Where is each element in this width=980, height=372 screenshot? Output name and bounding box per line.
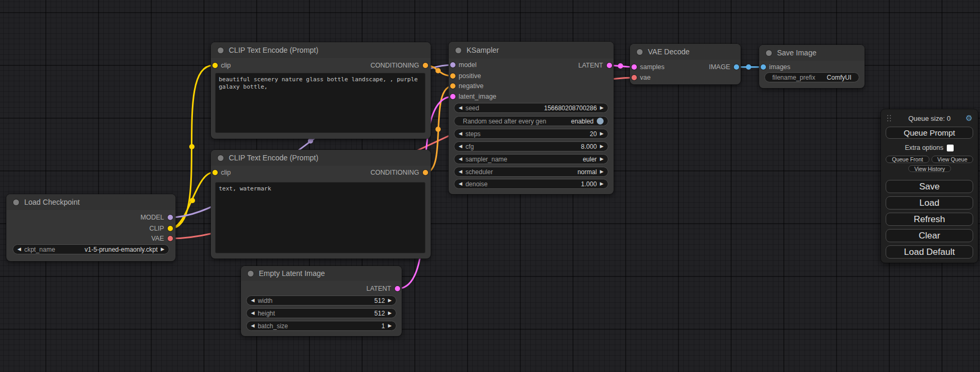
increment-arrow-icon[interactable]: ▶ — [600, 154, 604, 164]
increment-arrow-icon[interactable]: ▶ — [600, 179, 604, 189]
decrement-arrow-icon[interactable]: ◀ — [459, 141, 462, 151]
input-port-positive[interactable] — [450, 73, 455, 79]
decrement-arrow-icon[interactable]: ◀ — [17, 244, 21, 254]
increment-arrow-icon[interactable]: ▶ — [388, 308, 392, 318]
node-clip-text-encode-positive[interactable]: CLIP Text Encode (Prompt) clip CONDITION… — [211, 42, 431, 139]
collapse-dot-icon[interactable] — [218, 47, 224, 53]
batch-size-widget[interactable]: ◀ batch_size 1 ▶ — [246, 321, 396, 331]
node-title-bar[interactable]: Save Image — [759, 45, 865, 61]
decrement-arrow-icon[interactable]: ◀ — [459, 129, 462, 139]
node-title-bar[interactable]: CLIP Text Encode (Prompt) — [211, 42, 431, 58]
widget-value: 512 — [374, 310, 385, 317]
load-default-button[interactable]: Load Default — [886, 245, 973, 259]
scheduler-widget[interactable]: ◀ scheduler normal ▶ — [454, 167, 608, 177]
decrement-arrow-icon[interactable]: ◀ — [251, 308, 255, 318]
node-title-bar[interactable]: Empty Latent Image — [241, 266, 402, 281]
widget-label: Random seed after every gen — [463, 118, 568, 125]
queue-prompt-button[interactable]: Queue Prompt — [886, 127, 973, 139]
increment-arrow-icon[interactable]: ▶ — [600, 103, 604, 113]
output-port-conditioning[interactable] — [423, 63, 428, 68]
output-port-vae[interactable] — [168, 236, 173, 241]
output-port-model[interactable] — [168, 215, 173, 220]
output-label: CONDITIONING — [371, 62, 419, 69]
toggle-dot-icon[interactable] — [597, 118, 604, 125]
node-title: Empty Latent Image — [259, 269, 325, 278]
input-port-samples[interactable] — [632, 64, 637, 70]
load-button[interactable]: Load — [886, 196, 973, 209]
save-button[interactable]: Save — [886, 180, 973, 193]
decrement-arrow-icon[interactable]: ◀ — [251, 321, 255, 331]
sampler-name-widget[interactable]: ◀ sampler_name euler ▶ — [454, 154, 608, 164]
increment-arrow-icon[interactable]: ▶ — [600, 129, 604, 139]
queue-front-button[interactable]: Queue Front — [886, 156, 929, 163]
view-history-button[interactable]: View History — [908, 165, 951, 172]
positive-prompt-textarea[interactable]: beautiful scenery nature glass bottle la… — [215, 73, 425, 133]
decrement-arrow-icon[interactable]: ◀ — [459, 179, 462, 189]
negative-prompt-textarea[interactable]: text, watermark — [215, 182, 425, 253]
widget-label: height — [258, 310, 371, 317]
node-title: CLIP Text Encode (Prompt) — [229, 46, 318, 54]
comfyui-canvas[interactable]: Load Checkpoint MODEL CLIP VAE ◀ ckpt_na… — [0, 0, 980, 372]
node-vae-decode[interactable]: VAE Decode samples vae IMAGE — [630, 44, 741, 84]
decrement-arrow-icon[interactable]: ◀ — [459, 103, 462, 113]
decrement-arrow-icon[interactable]: ◀ — [251, 295, 255, 306]
seed-widget[interactable]: ◀ seed 156680208700286 ▶ — [454, 103, 608, 113]
extra-options-checkbox[interactable] — [947, 145, 954, 151]
input-port-negative[interactable] — [450, 83, 455, 89]
node-title-bar[interactable]: Load Checkpoint — [6, 194, 176, 210]
refresh-button[interactable]: Refresh — [886, 213, 973, 226]
input-label: clip — [221, 169, 231, 176]
collapse-dot-icon[interactable] — [248, 271, 254, 276]
output-label: CONDITIONING — [371, 169, 419, 176]
width-widget[interactable]: ◀ width 512 ▶ — [246, 295, 396, 306]
collapse-dot-icon[interactable] — [455, 47, 461, 53]
increment-arrow-icon[interactable]: ▶ — [600, 167, 604, 177]
output-label: VAE — [151, 235, 164, 242]
input-label: positive — [459, 72, 481, 80]
node-title-bar[interactable]: CLIP Text Encode (Prompt) — [211, 150, 431, 166]
output-port-image[interactable] — [734, 64, 739, 70]
node-ksampler[interactable]: KSampler model positive negative latent_… — [449, 42, 614, 194]
node-title-bar[interactable]: KSampler — [449, 42, 614, 59]
decrement-arrow-icon[interactable]: ◀ — [459, 167, 462, 177]
node-save-image[interactable]: Save Image images filename_prefix ComfyU… — [759, 45, 865, 88]
filename-prefix-widget[interactable]: filename_prefix ComfyUI — [764, 72, 859, 82]
view-queue-button[interactable]: View Queue — [932, 156, 973, 163]
node-title-bar[interactable]: VAE Decode — [630, 44, 741, 60]
input-port-images[interactable] — [761, 64, 766, 70]
widget-label: denoise — [465, 180, 578, 188]
output-port-latent[interactable] — [395, 286, 400, 291]
input-port-vae[interactable] — [632, 75, 637, 80]
increment-arrow-icon[interactable]: ▶ — [161, 244, 164, 254]
random-seed-toggle-widget[interactable]: Random seed after every gen enabled — [454, 116, 608, 126]
clear-button[interactable]: Clear — [886, 229, 973, 242]
node-empty-latent-image[interactable]: Empty Latent Image LATENT ◀ width 512 ▶ … — [241, 266, 402, 336]
cfg-widget[interactable]: ◀ cfg 8.000 ▶ — [454, 141, 608, 151]
increment-arrow-icon[interactable]: ▶ — [388, 321, 392, 331]
widget-label: steps — [465, 130, 587, 138]
extra-options-label: Extra options — [905, 144, 944, 151]
input-port-model[interactable] — [450, 62, 455, 68]
height-widget[interactable]: ◀ height 512 ▶ — [246, 308, 396, 318]
input-port-clip[interactable] — [212, 63, 218, 68]
output-port-latent[interactable] — [607, 63, 612, 68]
output-port-clip[interactable] — [168, 226, 173, 231]
widget-label: cfg — [465, 143, 578, 150]
decrement-arrow-icon[interactable]: ◀ — [459, 154, 462, 164]
output-label: LATENT — [366, 285, 391, 292]
denoise-widget[interactable]: ◀ denoise 1.000 ▶ — [454, 179, 608, 189]
output-port-conditioning[interactable] — [423, 170, 428, 175]
collapse-dot-icon[interactable] — [218, 155, 224, 161]
input-port-latent-image[interactable] — [450, 94, 455, 99]
steps-widget[interactable]: ◀ steps 20 ▶ — [454, 129, 608, 139]
node-load-checkpoint[interactable]: Load Checkpoint MODEL CLIP VAE ◀ ckpt_na… — [6, 194, 176, 261]
increment-arrow-icon[interactable]: ▶ — [600, 141, 604, 151]
node-clip-text-encode-negative[interactable]: CLIP Text Encode (Prompt) clip CONDITION… — [211, 150, 431, 259]
ckpt-name-widget[interactable]: ◀ ckpt_name v1-5-pruned-emaonly.ckpt ▶ — [13, 244, 169, 254]
widget-value: v1-5-pruned-emaonly.ckpt — [85, 246, 158, 253]
collapse-dot-icon[interactable] — [13, 199, 19, 205]
collapse-dot-icon[interactable] — [766, 50, 772, 56]
collapse-dot-icon[interactable] — [637, 49, 643, 55]
input-port-clip[interactable] — [212, 170, 218, 175]
increment-arrow-icon[interactable]: ▶ — [388, 295, 392, 306]
